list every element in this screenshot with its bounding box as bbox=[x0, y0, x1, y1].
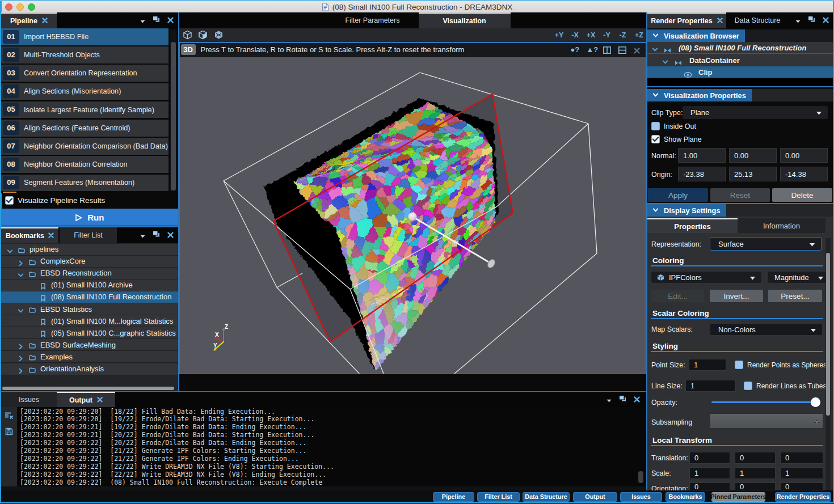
pipeline-filter-row[interactable]: 08 Neighbor Orientation Correlation bbox=[1, 156, 169, 173]
tab-list-dropdown-icon[interactable] bbox=[140, 230, 145, 240]
tab-display-properties[interactable]: Properties bbox=[647, 218, 738, 233]
pipeline-filter-row[interactable]: 07 Neighbor Orientation Comparison (Bad … bbox=[1, 138, 169, 155]
pipeline-filter-row[interactable]: 01 Import H5EBSD File bbox=[1, 28, 169, 45]
dock-toggle-button[interactable]: Issues bbox=[620, 492, 662, 502]
bookmarks-hscrollbar-thumb[interactable] bbox=[2, 387, 174, 390]
display-settings-scrollbar[interactable] bbox=[825, 238, 831, 490]
bookmarks-tree-item[interactable]: EBSD Statistics bbox=[1, 303, 178, 315]
close-tab-icon[interactable] bbox=[48, 232, 54, 240]
close-view-icon[interactable] bbox=[634, 46, 640, 56]
checkbox-checked-icon[interactable] bbox=[651, 135, 660, 143]
map-scalars-dropdown[interactable]: Non-Colors bbox=[710, 323, 823, 336]
dock-toggle-button[interactable]: Pipeline bbox=[433, 492, 474, 502]
checkbox-unchecked-icon[interactable] bbox=[735, 361, 743, 369]
pipeline-filter-row[interactable]: 03 Convert Orientation Representation bbox=[1, 65, 169, 82]
pipeline-filter-row[interactable]: 06 Align Sections (Feature Centroid) bbox=[1, 120, 169, 137]
camera-axis-button[interactable]: +Z bbox=[631, 28, 647, 42]
chevron-right-icon[interactable] bbox=[18, 366, 24, 376]
origin-z-field[interactable]: -14.38 bbox=[780, 167, 828, 181]
normal-x-field[interactable]: 1.00 bbox=[678, 148, 726, 163]
bookmarks-tree-item[interactable]: EBSD SurfaceMeshing bbox=[1, 339, 178, 351]
camera-axis-button[interactable]: +X bbox=[583, 28, 599, 42]
split-vertical-icon[interactable] bbox=[603, 46, 611, 56]
camera-preset-cube2-icon[interactable] bbox=[198, 30, 208, 42]
float-panel-icon[interactable] bbox=[808, 15, 815, 26]
float-panel-icon[interactable] bbox=[153, 15, 160, 26]
origin-y-field[interactable]: 25.13 bbox=[729, 167, 777, 181]
tab-list-dropdown-icon[interactable] bbox=[140, 15, 145, 26]
checkbox-unchecked-icon[interactable] bbox=[651, 122, 660, 130]
color-component-dropdown[interactable]: Magnitude bbox=[767, 271, 830, 283]
invert-colormap-button[interactable]: Invert... bbox=[710, 290, 763, 302]
chevron-down-icon[interactable] bbox=[652, 45, 658, 55]
translation-z-field[interactable]: 0 bbox=[780, 452, 823, 464]
tab-visualization[interactable]: Visualization bbox=[419, 12, 511, 28]
close-tab-icon[interactable] bbox=[42, 17, 48, 25]
camera-preset-cube3-icon[interactable] bbox=[214, 30, 224, 42]
visualization-browser-header[interactable]: Visualization Browser bbox=[647, 29, 833, 42]
normal-z-field[interactable]: 0.00 bbox=[780, 148, 828, 163]
apply-button[interactable]: Apply bbox=[648, 188, 708, 202]
orientation-y-field[interactable]: 0 bbox=[735, 482, 776, 490]
translation-x-field[interactable]: 0 bbox=[689, 452, 730, 464]
delete-button[interactable]: Delete bbox=[772, 188, 832, 202]
render-points-spheres-row[interactable]: Render Points as Spheres bbox=[735, 361, 827, 369]
close-panel-icon[interactable] bbox=[634, 395, 640, 405]
close-panel-icon[interactable] bbox=[167, 230, 174, 240]
pipeline-scrollbar[interactable] bbox=[170, 29, 176, 191]
point-picking-icon[interactable]: ●? bbox=[571, 45, 580, 54]
bookmarks-tree-item[interactable]: Examples bbox=[1, 351, 178, 363]
dock-toggle-button[interactable]: Output bbox=[573, 492, 617, 502]
cell-picking-icon[interactable]: ▲? bbox=[587, 45, 599, 54]
edit-colormap-button[interactable]: Edit... bbox=[651, 290, 704, 302]
color-array-dropdown[interactable]: IPFColors bbox=[651, 271, 762, 283]
bookmarks-hscrollbar[interactable] bbox=[1, 386, 178, 391]
dock-toggle-button[interactable]: Render Properties bbox=[775, 492, 831, 502]
render-lines-tubes-row[interactable]: Render Lines as Tubes bbox=[744, 382, 826, 390]
dock-toggle-button[interactable]: Filter List bbox=[477, 492, 520, 502]
bookmarks-tree-item[interactable]: (05) Small IN100 C...graphic Statistics bbox=[1, 327, 178, 339]
vis-tree-item[interactable]: DataContainer bbox=[647, 54, 833, 66]
reset-button[interactable]: Reset bbox=[710, 188, 770, 202]
vis-tree-item[interactable]: (08) Small IN100 Full Reconstruction bbox=[647, 42, 833, 54]
tab-render-properties[interactable]: Render Properties bbox=[647, 12, 726, 28]
clear-console-icon[interactable] bbox=[5, 412, 14, 422]
spin-down-icon[interactable] bbox=[814, 416, 820, 426]
pipeline-filter-row[interactable]: 04 Align Sections (Misorientation) bbox=[1, 83, 169, 100]
scale-z-field[interactable]: 1 bbox=[780, 467, 823, 479]
bookmarks-tree-item[interactable]: EBSD Reconstruction bbox=[1, 268, 178, 279]
opacity-slider[interactable] bbox=[711, 401, 819, 403]
tab-list-dropdown-icon[interactable] bbox=[795, 15, 801, 26]
line-size-field[interactable]: 1 bbox=[685, 380, 736, 392]
bookmarks-tree-item[interactable]: (08) Small IN100 Full Reconstruction bbox=[1, 291, 178, 303]
display-settings-header[interactable]: Display Settings bbox=[647, 204, 833, 217]
visualization-properties-header[interactable]: Visualization Properties bbox=[647, 89, 833, 101]
close-panel-icon[interactable] bbox=[823, 15, 829, 26]
show-plane-row[interactable]: Show Plane bbox=[651, 135, 702, 143]
normal-y-field[interactable]: 0.00 bbox=[729, 148, 777, 163]
scale-x-field[interactable]: 1 bbox=[689, 467, 730, 479]
bookmarks-tree-item[interactable]: (01) Small IN100 Archive bbox=[1, 279, 178, 291]
bookmarks-tree-item[interactable]: OrientationAnalysis bbox=[1, 363, 178, 375]
pipeline-filter-row[interactable]: 02 Multi-Threshold Objects bbox=[1, 46, 169, 63]
opacity-slider-handle[interactable] bbox=[811, 397, 820, 407]
preset-colormap-button[interactable]: Preset... bbox=[768, 290, 822, 302]
checkbox-checked-icon[interactable] bbox=[5, 196, 14, 205]
dock-toggle-button[interactable]: Pinned Parameters bbox=[711, 492, 765, 502]
tab-data-structure[interactable]: Data Structure bbox=[726, 12, 789, 28]
pipeline-filter-row[interactable]: 05 Isolate Largest Feature (Identify Sam… bbox=[1, 101, 169, 118]
tab-pipeline[interactable]: Pipeline bbox=[1, 12, 57, 28]
bookmarks-tree-item[interactable]: pipelines bbox=[1, 244, 178, 256]
camera-preset-cube1-icon[interactable] bbox=[183, 30, 192, 42]
float-panel-icon[interactable] bbox=[153, 230, 160, 240]
save-log-icon[interactable] bbox=[5, 427, 13, 438]
display-settings-scrollbar-thumb[interactable] bbox=[826, 253, 830, 416]
plane-origin-handle[interactable] bbox=[408, 213, 417, 221]
translation-y-field[interactable]: 0 bbox=[735, 452, 776, 464]
run-pipeline-button[interactable]: Run bbox=[1, 209, 178, 226]
tab-bookmarks[interactable]: Bookmarks bbox=[1, 227, 58, 243]
close-tab-icon[interactable] bbox=[97, 396, 103, 404]
bookmarks-tree-item[interactable]: (01) Small IN100 M...logical Statistics bbox=[1, 315, 178, 327]
pipeline-filter-row[interactable]: 09 Segment Features (Misorientation) bbox=[1, 175, 169, 192]
tab-output[interactable]: Output bbox=[57, 392, 115, 407]
